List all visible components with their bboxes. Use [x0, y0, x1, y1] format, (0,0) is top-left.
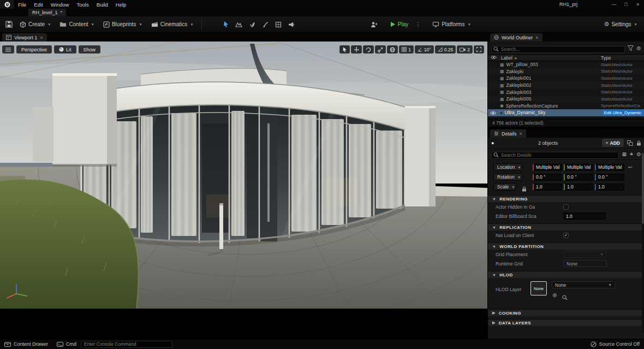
edit-asset-chip[interactable]: Edit Ultra_Dynamic	[602, 110, 643, 116]
outliner-search-input[interactable]	[491, 46, 625, 53]
world-local-toggle-button[interactable]	[387, 45, 398, 54]
settings-button[interactable]: ⚙ Settings▼	[600, 18, 642, 31]
menu-help[interactable]: Help	[112, 0, 130, 9]
save-button[interactable]	[2, 18, 15, 31]
maximize-viewport-button[interactable]	[474, 45, 484, 54]
location-y-field[interactable]: Multiple Val	[564, 164, 593, 171]
close-icon[interactable]: ×	[40, 35, 43, 40]
rotation-dropdown[interactable]: Rotation▼	[493, 173, 523, 181]
grid-placement-dropdown[interactable]: ▼	[563, 251, 607, 258]
outliner-tab[interactable]: World Outliner ×	[490, 33, 542, 42]
content-button[interactable]: Content▼	[55, 18, 98, 31]
outliner-search[interactable]	[491, 43, 625, 53]
viewport-3d-scene[interactable]	[0, 42, 487, 309]
outliner-row[interactable]: ▦Zaklepki001StaticMeshActor	[488, 75, 644, 82]
cmd-button[interactable]: Cmd	[52, 339, 81, 349]
perspective-dropdown[interactable]: Perspective	[16, 45, 52, 54]
use-selected-icon[interactable]: ⊕	[552, 292, 557, 298]
scale-x-field[interactable]: 1.0	[533, 184, 562, 191]
rotate-tool-button[interactable]	[363, 45, 374, 54]
scale-z-field[interactable]: 1.0	[595, 184, 624, 191]
section-hlod[interactable]: ▼HLOD	[488, 271, 644, 278]
outliner-row[interactable]: ▦Zaklepki005StaticMeshActor	[488, 96, 644, 103]
move-tool-button[interactable]	[351, 45, 362, 54]
outliner-row[interactable]: ▦Zaklepki002StaticMeshActor	[488, 82, 644, 89]
viewport-tab[interactable]: Viewport 1 ×	[2, 33, 47, 42]
menu-window[interactable]: Window	[47, 0, 73, 9]
add-player-button[interactable]	[368, 18, 381, 31]
select-mode-button[interactable]	[219, 18, 232, 31]
outliner-row[interactable]: ▦ZaklepkiStaticMeshActor	[488, 68, 644, 75]
hlod-layer-dropdown[interactable]: None▼	[552, 281, 615, 288]
menu-edit[interactable]: Edit	[30, 0, 46, 9]
play-button[interactable]: Play	[385, 18, 413, 31]
section-world-partition[interactable]: ▼WORLD PARTITION	[488, 242, 644, 250]
runtime-grid-dropdown[interactable]: None	[563, 260, 607, 267]
outliner-row[interactable]: ▦Zaklepki003StaticMeshActor	[488, 88, 644, 96]
grid-snap-button[interactable]: 1	[399, 45, 414, 54]
menu-build[interactable]: Build	[93, 0, 112, 9]
net-load-checkbox[interactable]: ✓	[563, 233, 569, 238]
source-control-button[interactable]: Source Control Off	[586, 339, 644, 349]
outliner-settings-gear-icon[interactable]: ⚙	[636, 45, 641, 51]
browse-icon[interactable]	[627, 140, 633, 146]
viewport-options-button[interactable]	[2, 45, 14, 54]
blueprints-button[interactable]: Blueprints▼	[99, 18, 147, 31]
close-icon[interactable]: ×	[535, 35, 538, 40]
location-z-field[interactable]: Multiple Val	[595, 164, 624, 171]
favorites-star-icon[interactable]: ★	[629, 151, 634, 157]
camera-speed-button[interactable]: 2	[457, 45, 473, 54]
cinematics-button[interactable]: Cinematics▼	[147, 18, 198, 31]
play-options-button[interactable]: ⋮	[414, 21, 422, 27]
landscape-mode-button[interactable]	[232, 18, 246, 31]
outliner-header-row[interactable]: Label ▲ Type	[488, 54, 644, 61]
outliner-row[interactable]: ▦WT_pillow_003StaticMeshActor	[488, 61, 644, 68]
scale-lock-icon[interactable]	[522, 184, 527, 194]
lock-icon[interactable]	[636, 140, 641, 146]
close-icon[interactable]: ×	[520, 131, 522, 137]
viewport-canvas[interactable]: Perspective Lit Show	[0, 42, 487, 339]
level-tab[interactable]: RH_level_1 *	[28, 9, 66, 16]
details-scrollbar-thumb[interactable]	[642, 153, 644, 224]
outliner-row[interactable]: ◉SphereReflectionCaptureSphereReflection…	[488, 103, 644, 110]
foliage-mode-button[interactable]	[246, 18, 259, 31]
section-rendering[interactable]: ▼RENDERING	[488, 195, 644, 202]
scale-tool-button[interactable]	[375, 45, 386, 54]
rotation-x-field[interactable]: 0.0 °	[533, 174, 562, 181]
rotation-y-field[interactable]: 0.0 °	[564, 174, 593, 181]
create-button[interactable]: Create▼	[15, 18, 55, 31]
minimize-button[interactable]: —	[608, 0, 620, 9]
details-search[interactable]	[491, 149, 619, 159]
outliner-row-selected[interactable]: ● Ultra_Dynamic_Sky Edit Ultra_Dynamic	[488, 109, 644, 116]
scale-dropdown[interactable]: Scale▼	[493, 183, 516, 191]
mesh-paint-mode-button[interactable]	[272, 18, 285, 31]
eye-icon[interactable]	[491, 55, 497, 61]
section-cooking[interactable]: ▶COOKING	[488, 309, 644, 316]
details-settings-gear-icon[interactable]: ⚙	[636, 151, 641, 157]
label-column-header[interactable]: Label	[501, 55, 512, 61]
scale-snap-button[interactable]: 0.25	[435, 45, 456, 54]
brush-mode-button[interactable]	[259, 18, 272, 31]
scale-y-field[interactable]: 1.0	[564, 184, 593, 191]
billboard-scale-field[interactable]: 1.0	[563, 212, 606, 220]
type-column-header[interactable]: Type	[601, 55, 611, 61]
maximize-button[interactable]: □	[620, 0, 632, 9]
actor-hidden-checkbox[interactable]	[563, 204, 569, 210]
details-tab[interactable]: Details ×	[490, 129, 526, 138]
location-x-field[interactable]: Multiple Val	[533, 164, 562, 171]
select-tool-button[interactable]	[339, 45, 350, 54]
section-replication[interactable]: ▼REPLICATION	[488, 223, 644, 230]
view-mode-dropdown[interactable]: Lit	[54, 45, 76, 54]
eye-icon[interactable]	[490, 111, 496, 116]
browse-to-asset-icon[interactable]	[562, 293, 568, 303]
location-dropdown[interactable]: Location▼	[493, 163, 523, 171]
show-dropdown[interactable]: Show	[79, 45, 101, 54]
reset-to-default-icon[interactable]: ↩	[628, 164, 633, 170]
details-scrollbar[interactable]	[642, 153, 644, 333]
section-data-layers[interactable]: ▶DATA LAYERS	[488, 319, 644, 326]
console-command-input[interactable]	[81, 341, 172, 348]
menu-tools[interactable]: Tools	[73, 0, 92, 9]
rotation-z-field[interactable]: 0.0 °	[595, 174, 624, 181]
details-search-input[interactable]	[491, 152, 619, 159]
content-drawer-button[interactable]: Content Drawer	[0, 339, 52, 349]
